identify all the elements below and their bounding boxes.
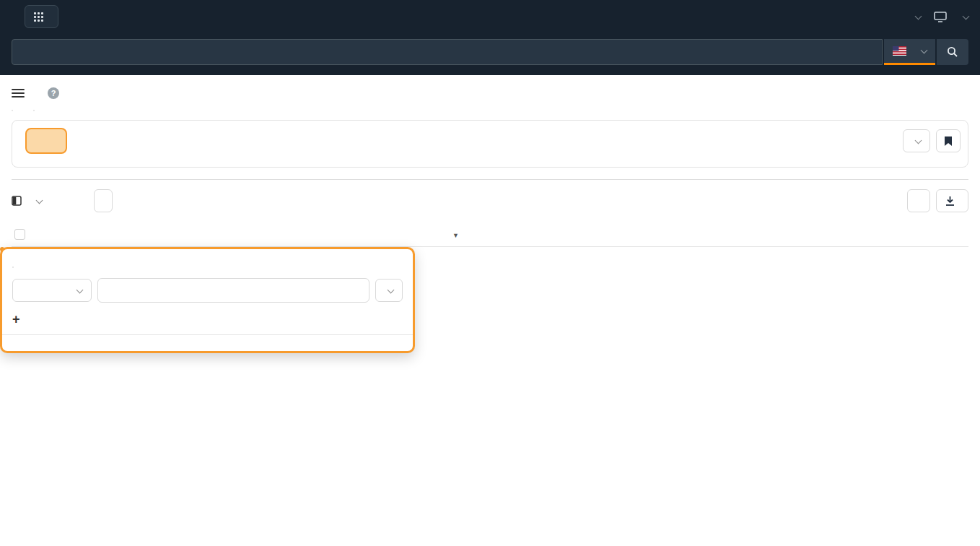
language-tags-input[interactable] <box>97 278 369 303</box>
search-icon <box>947 46 958 58</box>
top-navigation-bar <box>0 0 980 33</box>
chevron-down-icon <box>963 12 970 20</box>
us-flag-icon <box>893 46 906 56</box>
keyword-search-input[interactable] <box>12 39 883 65</box>
rules-mode-toggle <box>12 266 14 268</box>
segmented-row <box>12 105 968 113</box>
col-sv[interactable]: ▼ <box>421 222 462 247</box>
export-icon <box>945 196 955 206</box>
account-menu[interactable] <box>960 14 968 20</box>
bookmark-icon <box>944 136 953 147</box>
more-menu[interactable] <box>912 14 921 20</box>
exclude-keywords-button[interactable] <box>94 189 113 212</box>
select-all-checkbox[interactable] <box>14 229 25 240</box>
search-button[interactable] <box>937 39 968 65</box>
all-tools-button[interactable] <box>25 5 58 28</box>
filter-row-1 <box>19 128 961 154</box>
col-parent-topic[interactable] <box>611 222 833 247</box>
chevron-down-icon <box>36 196 43 204</box>
export-button[interactable] <box>936 189 968 212</box>
how-to-use-link[interactable]: ? <box>48 87 64 99</box>
search-row <box>0 33 980 75</box>
col-sf[interactable] <box>833 222 863 247</box>
grid-icon <box>34 12 43 22</box>
keywords-table: ▼ <box>12 222 968 247</box>
plus-icon: + <box>12 313 20 326</box>
col-intents[interactable] <box>312 222 388 247</box>
rule-operator-select[interactable] <box>12 279 92 302</box>
col-keyword[interactable] <box>56 222 242 247</box>
main-content: ? <box>0 75 980 247</box>
chevron-down-icon <box>921 47 928 54</box>
col-language[interactable] <box>242 222 312 247</box>
clusters-dropdown[interactable] <box>12 196 42 206</box>
title-row: ? <box>12 75 968 105</box>
language-filter-panel: + <box>0 247 415 353</box>
clusters-icon <box>12 196 22 206</box>
bookmark-button[interactable] <box>936 129 961 152</box>
apply-button[interactable] <box>2 334 413 351</box>
chevron-down-icon <box>915 136 922 144</box>
chevron-down-icon <box>915 12 922 20</box>
table-header-row: ▼ <box>12 222 968 247</box>
panel-body: + <box>2 249 413 334</box>
presets-button[interactable] <box>903 129 930 152</box>
toolbar-right <box>907 189 968 212</box>
presets-wrap <box>903 129 961 152</box>
add-rule-button[interactable]: + <box>12 313 403 326</box>
results-toolbar <box>12 180 968 222</box>
country-selector[interactable] <box>884 39 935 65</box>
api-button[interactable] <box>907 189 930 212</box>
terms-toggle <box>12 110 13 111</box>
match-mode-toggle <box>33 110 35 111</box>
hamburger-menu-icon[interactable] <box>12 87 25 100</box>
monitor-icon[interactable] <box>934 12 947 22</box>
filter-panel <box>12 120 968 168</box>
question-icon: ? <box>48 87 59 99</box>
chevron-down-icon <box>76 286 84 293</box>
col-kd[interactable] <box>388 222 421 247</box>
col-gr12m[interactable] <box>524 222 572 247</box>
language-filter-chip[interactable] <box>25 128 67 154</box>
chevron-down-icon <box>388 286 395 293</box>
sort-desc-icon: ▼ <box>452 232 459 239</box>
rule-row <box>12 278 403 303</box>
col-tp[interactable] <box>572 222 611 247</box>
rule-scope-select[interactable] <box>375 279 403 302</box>
nav-right <box>912 12 968 22</box>
